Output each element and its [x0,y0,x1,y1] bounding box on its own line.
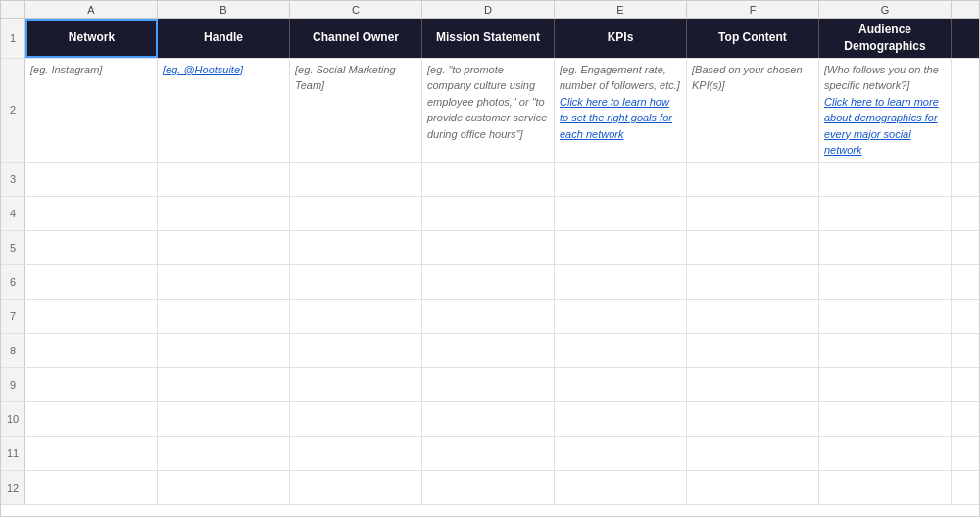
header-cell-top-content[interactable]: Top Content [687,19,819,58]
cell-b7[interactable] [158,300,290,333]
cell-b6[interactable] [158,265,290,299]
cell-d10[interactable] [422,402,555,436]
cell-a6[interactable] [25,265,158,299]
cell-f2[interactable]: [Based on your chosen KPI(s)] [687,59,819,162]
header-cell-mission[interactable]: Mission Statement [422,19,555,58]
cell-e12[interactable] [555,471,687,504]
cell-a7[interactable] [25,300,158,333]
cell-g2-link[interactable]: Click here to learn more about demograph… [824,94,946,159]
cell-c5[interactable] [290,231,422,264]
cell-d6[interactable] [422,265,555,299]
cell-h12[interactable] [952,471,980,504]
cell-b5[interactable] [158,231,290,264]
header-cell-notes[interactable]: Notes [952,19,980,58]
cell-h4[interactable] [952,197,980,230]
cell-c8[interactable] [290,334,422,367]
cell-f4[interactable] [687,197,819,230]
col-header-c[interactable]: C [290,1,422,18]
col-header-g[interactable]: G [819,1,952,18]
cell-d4[interactable] [422,197,555,230]
cell-f7[interactable] [687,300,819,333]
cell-h11[interactable] [952,437,980,470]
cell-c4[interactable] [290,197,422,230]
cell-e6[interactable] [555,265,687,299]
cell-c2[interactable]: [eg. Social Marketing Team] [290,59,422,162]
cell-f10[interactable] [687,402,819,436]
cell-d7[interactable] [422,300,555,333]
col-header-d[interactable]: D [422,1,555,18]
cell-g7[interactable] [819,300,952,333]
cell-h5[interactable] [952,231,980,264]
cell-h6[interactable] [952,265,980,299]
cell-h7[interactable] [952,300,980,333]
cell-e5[interactable] [555,231,687,264]
cell-h10[interactable] [952,402,980,436]
cell-a5[interactable] [25,231,158,264]
cell-a4[interactable] [25,197,158,230]
cell-c7[interactable] [290,300,422,333]
cell-a2[interactable]: [eg. Instagram] [25,59,158,162]
cell-d11[interactable] [422,437,555,470]
cell-a9[interactable] [25,368,158,401]
cell-g11[interactable] [819,437,952,470]
col-header-e[interactable]: E [555,1,687,18]
cell-b11[interactable] [158,437,290,470]
col-header-f[interactable]: F [687,1,819,18]
cell-d9[interactable] [422,368,555,401]
header-cell-kpis[interactable]: KPIs [555,19,687,58]
cell-g8[interactable] [819,334,952,367]
cell-e7[interactable] [555,300,687,333]
col-header-a[interactable]: A [25,1,158,18]
cell-e2[interactable]: [eg. Engagement rate, number of follower… [555,59,687,162]
cell-d3[interactable] [422,163,555,196]
cell-c6[interactable] [290,265,422,299]
header-cell-channel-owner[interactable]: Channel Owner [290,19,422,58]
cell-f6[interactable] [687,265,819,299]
cell-g6[interactable] [819,265,952,299]
cell-g10[interactable] [819,402,952,436]
cell-h8[interactable] [952,334,980,367]
cell-g3[interactable] [819,163,952,196]
cell-e3[interactable] [555,163,687,196]
cell-h3[interactable] [952,163,980,196]
cell-c12[interactable] [290,471,422,504]
cell-d2[interactable]: [eg. "to promote company culture using e… [422,59,555,162]
cell-c9[interactable] [290,368,422,401]
cell-h9[interactable] [952,368,980,401]
cell-e8[interactable] [555,334,687,367]
cell-d12[interactable] [422,471,555,504]
cell-e9[interactable] [555,368,687,401]
cell-e10[interactable] [555,402,687,436]
cell-c11[interactable] [290,437,422,470]
cell-c3[interactable] [290,163,422,196]
header-cell-handle[interactable]: Handle [158,19,290,58]
cell-b9[interactable] [158,368,290,401]
cell-b2[interactable]: [eg. @Hootsuite] [158,59,290,162]
col-header-h[interactable]: H [952,1,980,18]
cell-b2-link[interactable]: [eg. @Hootsuite] [163,62,243,78]
cell-a3[interactable] [25,163,158,196]
cell-b3[interactable] [158,163,290,196]
cell-f11[interactable] [687,437,819,470]
cell-b10[interactable] [158,402,290,436]
cell-g12[interactable] [819,471,952,504]
cell-g4[interactable] [819,197,952,230]
cell-e4[interactable] [555,197,687,230]
cell-b8[interactable] [158,334,290,367]
header-cell-audience[interactable]: Audience Demographics [819,19,952,58]
cell-a8[interactable] [25,334,158,367]
cell-f8[interactable] [687,334,819,367]
cell-g5[interactable] [819,231,952,264]
cell-c10[interactable] [290,402,422,436]
cell-a11[interactable] [25,437,158,470]
cell-d8[interactable] [422,334,555,367]
cell-d5[interactable] [422,231,555,264]
col-header-b[interactable]: B [158,1,290,18]
cell-g9[interactable] [819,368,952,401]
cell-e11[interactable] [555,437,687,470]
cell-b4[interactable] [158,197,290,230]
cell-f12[interactable] [687,471,819,504]
cell-a12[interactable] [25,471,158,504]
cell-f9[interactable] [687,368,819,401]
cell-f3[interactable] [687,163,819,196]
